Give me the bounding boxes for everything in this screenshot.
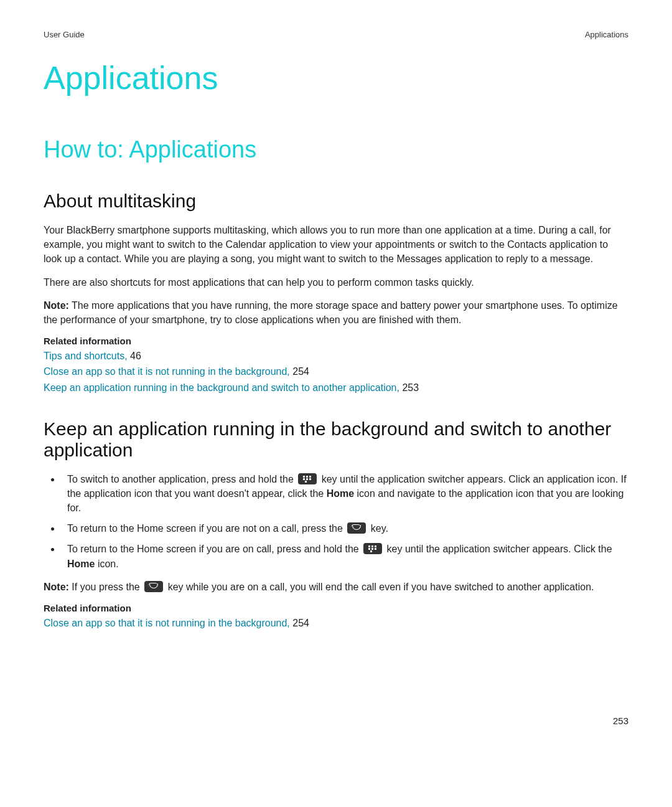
end-key-icon [347,522,366,534]
menu-key-icon [298,473,317,484]
page-number: 253 [613,715,628,726]
subsection-heading: Keep an application running in the backg… [44,418,628,461]
reference-link-row: Tips and shortcuts, 46 [44,349,628,363]
reference-link[interactable]: Close an app so that it is not running i… [44,618,290,628]
related-information-label: Related information [44,336,628,346]
reference-page: 46 [128,351,141,361]
header-left: User Guide [44,30,85,39]
page-header: User Guide Applications [44,30,628,39]
reference-page: 253 [399,382,419,393]
end-key-icon [144,581,163,592]
reference-link-row: Close an app so that it is not running i… [44,364,628,379]
subsection: Keep an application running in the backg… [44,418,628,631]
list-item: To return to the Home screen if you are … [61,542,628,570]
reference-link-row: Keep an application running in the backg… [44,380,628,395]
menu-key-icon [363,543,382,554]
chapter-title: Applications [44,59,628,97]
document-page: User Guide Applications Applications How… [0,0,672,807]
reference-link[interactable]: Tips and shortcuts, [44,351,128,361]
reference-link[interactable]: Keep an application running in the backg… [44,382,399,393]
note-label: Note: [44,582,69,592]
bullet-list: To switch to another application, press … [44,472,628,571]
list-item: To return to the Home screen if you are … [61,521,628,536]
note-paragraph: Note: If you press the key while you are… [44,580,628,594]
reference-link-row: Close an app so that it is not running i… [44,616,628,630]
reference-link[interactable]: Close an app so that it is not running i… [44,366,290,377]
related-information-label: Related information [44,603,628,613]
paragraph: There are also shortcuts for most applic… [44,275,628,290]
note-paragraph: Note: The more applications that you hav… [44,298,628,327]
paragraph: Your BlackBerry smartphone supports mult… [44,223,628,267]
note-text: The more applications that you have runn… [44,300,618,325]
header-right: Applications [585,30,628,39]
note-label: Note: [44,300,69,311]
subsection-heading: About multitasking [44,191,628,212]
reference-page: 254 [290,366,309,377]
reference-page: 254 [290,618,309,628]
section-title: How to: Applications [44,136,628,163]
list-item: To switch to another application, press … [61,472,628,516]
